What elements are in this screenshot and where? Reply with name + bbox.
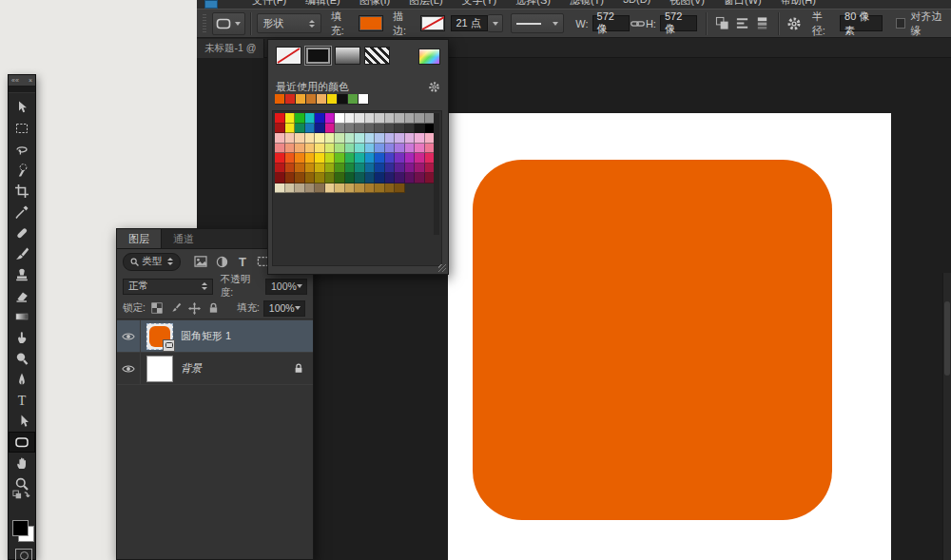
color-swatch[interactable] (395, 144, 405, 154)
color-swatch[interactable] (365, 144, 376, 154)
color-swatch[interactable] (315, 173, 325, 183)
menu-item[interactable]: 选择(S) (515, 0, 551, 8)
panel-tab-layers[interactable]: 图层 (117, 229, 162, 248)
color-swatch[interactable] (325, 133, 336, 144)
fill-type-pattern-button[interactable] (364, 47, 390, 65)
layer-visibility-eye-icon[interactable] (117, 353, 141, 384)
recent-color-swatch[interactable] (359, 94, 369, 105)
type-tool[interactable]: T (9, 390, 35, 411)
color-swatch[interactable] (305, 113, 316, 124)
color-swatch[interactable] (365, 173, 376, 183)
toolbar-grip[interactable] (9, 87, 35, 93)
path-arrangement-button[interactable] (752, 13, 772, 34)
color-swatch[interactable] (285, 124, 296, 134)
menu-item[interactable]: 窗口(W) (724, 0, 762, 8)
smudge-tool[interactable] (9, 327, 35, 348)
color-swatch[interactable] (415, 164, 425, 174)
geometry-settings-gear-icon[interactable] (785, 13, 805, 34)
color-swatch[interactable] (345, 164, 356, 174)
panel-tab-channels[interactable]: 通道 (162, 229, 205, 248)
color-swatch[interactable] (345, 183, 356, 194)
collapse-panel-icon[interactable]: «« (11, 77, 19, 84)
color-swatch[interactable] (275, 164, 285, 174)
height-field[interactable]: 572 像 (660, 15, 697, 31)
color-swatch[interactable] (295, 144, 305, 154)
color-swatch[interactable] (355, 153, 365, 164)
layer-row[interactable]: 圆角矩形 1 (117, 320, 313, 353)
color-swatch[interactable] (385, 144, 396, 154)
quick-selection-tool[interactable] (9, 160, 35, 181)
link-dimensions-icon[interactable] (630, 13, 646, 34)
color-swatch[interactable] (295, 153, 305, 164)
color-swatch[interactable] (275, 153, 285, 164)
color-swatch[interactable] (355, 133, 365, 144)
lock-position-icon[interactable] (187, 300, 203, 316)
menu-item[interactable]: 编辑(E) (305, 0, 340, 8)
color-swatch[interactable] (325, 144, 336, 154)
stroke-color-swatch[interactable] (420, 15, 445, 31)
color-swatch[interactable] (405, 133, 416, 144)
fill-type-gradient-button[interactable] (335, 47, 360, 65)
scrollbar-thumb[interactable] (944, 301, 950, 376)
color-swatch[interactable] (315, 113, 325, 124)
color-swatch[interactable] (365, 153, 376, 164)
color-swatch[interactable] (305, 173, 316, 183)
menu-item[interactable]: 文字(Y) (462, 0, 497, 8)
lasso-tool[interactable] (9, 139, 35, 160)
align-edges-checkbox[interactable] (896, 18, 906, 29)
color-swatch[interactable] (295, 173, 305, 183)
foreground-background-colors[interactable] (12, 520, 33, 543)
recent-color-swatch[interactable] (338, 94, 348, 105)
menu-item[interactable]: 3D(D) (623, 0, 650, 8)
filter-pixel-layers-icon[interactable] (190, 251, 211, 272)
color-swatch[interactable] (335, 153, 345, 164)
layer-name[interactable]: 背景 (181, 361, 294, 376)
eyedropper-tool[interactable] (9, 202, 35, 222)
layer-filter-type-dropdown[interactable]: 类型 (123, 253, 181, 271)
opacity-field[interactable]: 100% (265, 279, 307, 295)
color-swatch[interactable] (415, 124, 425, 134)
color-swatch[interactable] (365, 124, 376, 134)
color-swatch[interactable] (295, 164, 305, 174)
color-swatch[interactable] (325, 113, 336, 124)
color-swatch[interactable] (345, 113, 356, 124)
stroke-width-field[interactable]: 21 点 (451, 15, 488, 31)
color-swatch[interactable] (415, 173, 425, 183)
filter-adjustment-layers-icon[interactable] (211, 251, 232, 272)
color-swatch[interactable] (285, 144, 296, 154)
menu-item[interactable]: 图层(L) (409, 0, 442, 8)
color-swatch[interactable] (395, 164, 405, 174)
color-swatch[interactable] (315, 183, 325, 194)
recent-color-swatch[interactable] (327, 94, 338, 105)
document-tab[interactable]: 未标题-1 @ (197, 39, 264, 58)
color-swatch[interactable] (315, 133, 325, 144)
color-swatch[interactable] (325, 164, 336, 174)
color-swatch[interactable] (315, 153, 325, 164)
layer-thumbnail[interactable] (146, 323, 173, 350)
menu-item[interactable]: 滤镜(T) (570, 0, 604, 8)
color-swatch[interactable] (335, 133, 345, 144)
tool-preset-picker[interactable] (212, 12, 245, 35)
color-swatch[interactable] (405, 113, 416, 124)
color-swatch[interactable] (295, 113, 305, 124)
color-picker-rainbow-button[interactable] (418, 48, 440, 65)
color-swatch[interactable] (325, 173, 336, 183)
options-bar-grip[interactable] (203, 14, 206, 33)
move-tool[interactable] (9, 97, 35, 118)
color-swatch[interactable] (405, 153, 416, 164)
color-swatch[interactable] (355, 173, 365, 183)
color-swatch[interactable] (375, 144, 385, 154)
color-swatch[interactable] (335, 164, 345, 174)
pen-tool[interactable] (9, 369, 35, 390)
fill-type-none-button[interactable] (276, 47, 301, 65)
color-swatch[interactable] (385, 124, 396, 134)
color-swatch[interactable] (355, 113, 365, 124)
color-swatch[interactable] (305, 183, 316, 194)
path-alignment-button[interactable] (732, 13, 752, 34)
color-swatch[interactable] (415, 133, 425, 144)
recent-color-swatch[interactable] (275, 94, 285, 105)
color-swatch[interactable] (285, 113, 296, 124)
color-swatch[interactable] (275, 133, 285, 144)
color-swatch[interactable] (375, 133, 385, 144)
color-swatch[interactable] (375, 173, 385, 183)
